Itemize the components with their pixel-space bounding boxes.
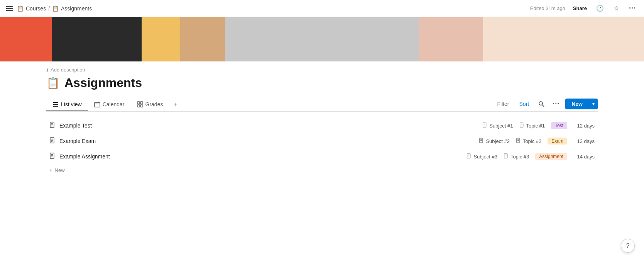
info-icon: ℹ	[46, 67, 48, 73]
tabs-row: List view Calendar Grades	[46, 98, 598, 112]
svg-rect-7	[137, 102, 140, 104]
search-icon	[538, 101, 544, 107]
svg-rect-8	[140, 102, 143, 104]
tab-calendar[interactable]: Calendar	[88, 98, 131, 111]
topic-1: Topic #1	[519, 122, 545, 129]
breadcrumb-assignments-label[interactable]: Assignments	[61, 5, 92, 12]
topic-2: Topic #2	[516, 138, 541, 144]
badge-2: Exam	[548, 138, 567, 145]
table-row[interactable]: Example Assignment Subject #3	[46, 149, 598, 164]
more-actions-button[interactable]: ···	[551, 99, 561, 109]
assignment-doc-icon-2	[49, 137, 56, 145]
subject-1: Subject #1	[482, 122, 513, 129]
subject-label-1: Subject #1	[489, 123, 513, 129]
badge-3: Assignment	[535, 153, 567, 160]
breadcrumb-courses-label[interactable]: Courses	[26, 5, 46, 12]
days-3: 14 days	[573, 154, 595, 160]
star-button[interactable]: ☆	[611, 3, 622, 14]
assignment-name-1: Example Test	[59, 122, 92, 129]
filter-button[interactable]: Filter	[494, 99, 512, 109]
subject-2: Subject #2	[479, 138, 509, 144]
hero-banner	[0, 17, 644, 61]
add-description-label: Add description	[51, 67, 85, 73]
assignment-right-3: Subject #3 Topic #3 Assignment 14 days	[467, 153, 595, 160]
tab-calendar-label: Calendar	[103, 101, 125, 107]
calendar-icon	[94, 101, 100, 107]
tabs-left: List view Calendar Grades	[46, 98, 182, 111]
share-button[interactable]: Share	[571, 4, 589, 13]
tab-grades-label: Grades	[145, 101, 163, 107]
search-button[interactable]	[536, 99, 547, 109]
assignment-doc-icon-3	[49, 153, 56, 160]
hero-banner-image	[0, 17, 644, 61]
topic-label-2: Topic #2	[523, 138, 541, 144]
topic-label-1: Topic #1	[526, 123, 545, 129]
subject-label-2: Subject #2	[486, 138, 509, 144]
assignment-doc-icon-1	[49, 122, 56, 129]
edited-timestamp: Edited 31m ago	[530, 5, 565, 11]
tab-list-view-label: List view	[61, 101, 82, 107]
menu-icon[interactable]	[6, 6, 13, 11]
assignment-name-2: Example Exam	[59, 138, 96, 144]
subject-icon-3	[467, 153, 472, 160]
assignment-name-3: Example Assignment	[59, 153, 110, 160]
tab-list-view[interactable]: List view	[46, 98, 88, 111]
new-button[interactable]: New	[565, 99, 589, 109]
page-title-icon: 📋	[46, 77, 60, 89]
svg-rect-10	[140, 105, 143, 107]
nav-right: Edited 31m ago Share 🕐 ☆ ···	[530, 3, 638, 14]
svg-rect-1	[53, 104, 58, 105]
topic-icon-1	[519, 122, 524, 129]
subject-icon-2	[479, 138, 484, 144]
svg-line-12	[542, 105, 544, 107]
grades-icon	[137, 101, 143, 107]
assignment-left-1: Example Test	[49, 122, 92, 129]
breadcrumb-assignments-icon: 📋	[52, 5, 59, 12]
nav-left: 📋 Courses / 📋 Assignments	[6, 5, 92, 12]
assignment-left-2: Example Exam	[49, 137, 96, 145]
assignment-list: Example Test Subject #1	[46, 118, 598, 176]
assignment-right-2: Subject #2 Topic #2 Exam 13 days	[479, 138, 595, 145]
table-row[interactable]: Example Test Subject #1	[46, 118, 598, 133]
topic-3: Topic #3	[504, 153, 529, 160]
new-row-label: New	[55, 167, 65, 173]
days-1: 12 days	[573, 123, 595, 129]
new-row-button[interactable]: + New	[46, 164, 598, 176]
subject-label-3: Subject #3	[473, 154, 497, 160]
history-button[interactable]: 🕐	[595, 3, 605, 14]
tab-add-button[interactable]: +	[169, 98, 182, 112]
add-description-button[interactable]: ℹ Add description	[46, 61, 598, 76]
page-title: Assignments	[64, 76, 142, 90]
tabs-right: Filter Sort ··· New ▾	[494, 99, 598, 111]
svg-rect-9	[137, 105, 140, 107]
svg-rect-3	[95, 102, 100, 107]
assignment-right-1: Subject #1 Topic #1 Test 12 days	[482, 122, 595, 129]
days-2: 13 days	[573, 138, 595, 144]
breadcrumb: 📋 Courses / 📋 Assignments	[17, 5, 92, 12]
svg-rect-0	[53, 102, 58, 103]
svg-point-11	[539, 102, 543, 105]
subject-3: Subject #3	[467, 153, 497, 160]
more-options-button[interactable]: ···	[627, 3, 638, 14]
tab-grades[interactable]: Grades	[131, 98, 169, 111]
assignment-left-3: Example Assignment	[49, 153, 110, 160]
new-button-group: New ▾	[565, 99, 598, 109]
new-row-plus-icon: +	[49, 167, 52, 173]
page-title-row: 📋 Assignments	[46, 76, 598, 90]
top-navbar: 📋 Courses / 📋 Assignments Edited 31m ago…	[0, 0, 644, 17]
table-row[interactable]: Example Exam Subject #2	[46, 133, 598, 149]
breadcrumb-courses-icon: 📋	[17, 5, 24, 12]
topic-icon-2	[516, 138, 521, 144]
page-content: ℹ Add description 📋 Assignments List vie…	[0, 61, 644, 176]
topic-label-3: Topic #3	[510, 154, 529, 160]
new-button-dropdown[interactable]: ▾	[589, 99, 598, 109]
topic-icon-3	[504, 153, 509, 160]
list-view-icon	[52, 101, 59, 107]
sort-button[interactable]: Sort	[516, 99, 532, 109]
svg-rect-2	[53, 106, 58, 107]
breadcrumb-separator: /	[48, 5, 50, 12]
subject-icon-1	[482, 122, 487, 129]
badge-1: Test	[551, 122, 567, 129]
